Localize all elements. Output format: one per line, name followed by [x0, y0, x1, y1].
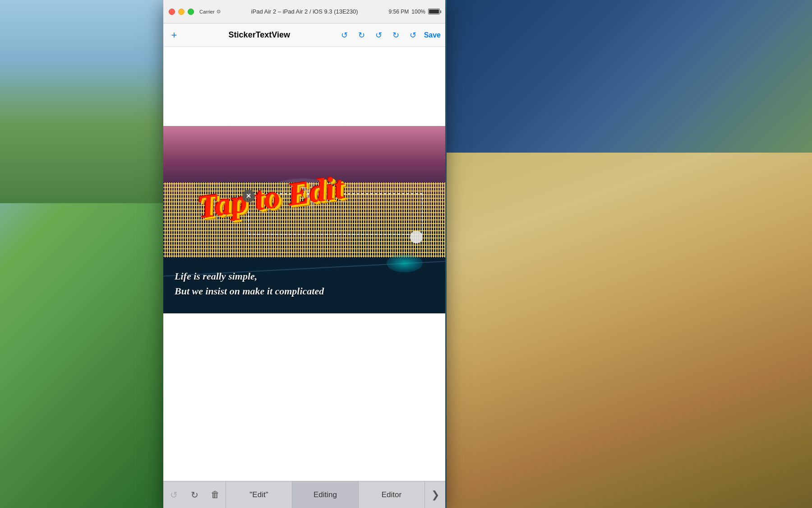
editor-button[interactable]: Editor — [358, 481, 424, 508]
bottom-toolbar: ↺ ↻ 🗑 "Edit" Editing Editor ❯ — [163, 481, 445, 508]
carrier-info: Carrier ⊙ — [199, 9, 221, 14]
traffic-lights — [169, 9, 194, 15]
desktop-bg-right — [447, 0, 812, 508]
refresh-icon-3[interactable]: ↺ — [407, 29, 420, 42]
minimize-traffic-light[interactable] — [178, 9, 185, 15]
edit-quoted-button[interactable]: "Edit" — [226, 481, 292, 508]
add-button[interactable]: + — [168, 29, 180, 42]
content-bottom-whitespace — [163, 313, 445, 481]
battery-percent: 100% — [411, 9, 425, 15]
image-canvas[interactable]: ✕ Tap to Edit Life is really simple, But… — [163, 126, 445, 313]
content-top-whitespace — [163, 47, 445, 126]
close-traffic-light[interactable] — [169, 9, 175, 15]
editing-button[interactable]: Editing — [292, 481, 358, 508]
quote-text-element[interactable]: Life is really simple, But we insist on … — [175, 269, 324, 298]
battery-box — [428, 9, 440, 14]
close-x-icon: ✕ — [246, 192, 251, 200]
header-actions: ↺ ↻ ↺ ↻ ↺ Save — [338, 29, 441, 42]
delete-toolbar-button[interactable]: 🗑 — [205, 481, 226, 508]
quote-line-2: But we insist on make it complicated — [175, 284, 324, 298]
sticker-close-button[interactable]: ✕ — [242, 190, 255, 202]
battery-fill — [429, 9, 439, 14]
more-button[interactable]: ❯ — [424, 481, 445, 508]
refresh-icon-2[interactable]: ↻ — [390, 29, 402, 42]
toolbar-text-buttons: "Edit" Editing Editor — [226, 481, 424, 508]
trash-icon: 🗑 — [211, 489, 220, 500]
mac-titlebar: Carrier ⊙ iPad Air 2 – iPad Air 2 / iOS … — [163, 0, 445, 23]
undo-icon[interactable]: ↺ — [338, 29, 351, 42]
mac-title: iPad Air 2 – iPad Air 2 / iOS 9.3 (13E23… — [221, 8, 389, 15]
carrier-label: Carrier — [199, 9, 215, 14]
redo-arrow-icon: ↻ — [191, 489, 198, 500]
maximize-traffic-light[interactable] — [188, 9, 194, 15]
redo-toolbar-button[interactable]: ↻ — [184, 481, 205, 508]
undo-arrow-icon: ↺ — [170, 489, 178, 500]
ipad-simulator-window: Carrier ⊙ iPad Air 2 – iPad Air 2 / iOS … — [163, 0, 445, 508]
battery-indicator — [428, 9, 440, 14]
mac-title-right: 9:56 PM 100% — [389, 9, 440, 15]
teal-glow-effect — [387, 254, 423, 272]
ipad-app-header: + StickerTextView ↺ ↻ ↺ ↻ ↺ Save — [163, 23, 445, 47]
quote-line-1: Life is really simple, — [175, 269, 324, 284]
chevron-down-icon: ❯ — [431, 489, 439, 501]
redo-icon[interactable]: ↻ — [355, 29, 368, 42]
desktop-bg-left — [0, 0, 167, 508]
time-display: 9:56 PM — [389, 9, 409, 15]
wifi-icon: ⊙ — [217, 9, 221, 14]
undo-toolbar-button[interactable]: ↺ — [163, 481, 184, 508]
refresh-icon-1[interactable]: ↺ — [373, 29, 385, 42]
app-title: StickerTextView — [180, 30, 338, 40]
save-button[interactable]: Save — [424, 31, 441, 39]
